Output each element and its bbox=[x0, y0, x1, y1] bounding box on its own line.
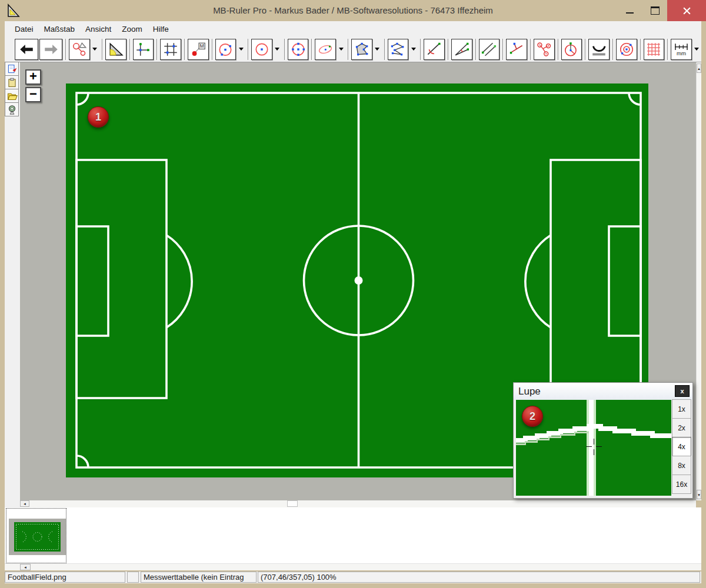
open-folder-icon bbox=[6, 91, 18, 102]
circle-center-radius-icon bbox=[254, 41, 270, 58]
perpendicular-tool[interactable] bbox=[506, 39, 527, 60]
close-button[interactable] bbox=[667, 0, 706, 21]
toolbar-separator bbox=[640, 39, 641, 60]
menu-ansicht[interactable]: Ansicht bbox=[80, 23, 116, 35]
polygon-tool[interactable] bbox=[351, 39, 372, 60]
linked-circles-tool[interactable] bbox=[534, 39, 555, 60]
concentric-circles-tool[interactable] bbox=[616, 39, 637, 60]
toolbar-separator bbox=[284, 39, 285, 60]
scroll-down-button[interactable]: ▾ bbox=[697, 490, 701, 499]
minimize-button[interactable] bbox=[617, 0, 642, 21]
forward-button[interactable] bbox=[39, 39, 63, 60]
webcam-icon bbox=[6, 104, 18, 115]
marker-point-tool[interactable]: M bbox=[188, 39, 209, 60]
arc-segment-tool[interactable] bbox=[588, 39, 610, 60]
axes-cross-tool[interactable] bbox=[133, 39, 154, 60]
ellipse-dropdown[interactable] bbox=[337, 39, 345, 60]
toolbar-separator bbox=[420, 39, 421, 60]
lupe-close-icon: x bbox=[680, 387, 684, 395]
circle-center-radius-dropdown[interactable] bbox=[273, 39, 282, 60]
lupe-window[interactable]: Lupe x 2 1x 2x bbox=[513, 382, 693, 499]
lupe-zoom-16x[interactable]: 16x bbox=[672, 475, 691, 494]
triangle-measure-dropdown[interactable] bbox=[91, 39, 99, 60]
circle-radius-tool[interactable] bbox=[561, 39, 582, 60]
angle-tool[interactable] bbox=[424, 39, 445, 60]
lupe-zoom-1x[interactable]: 1x bbox=[672, 399, 691, 419]
annotation-marker-2-label: 2 bbox=[530, 410, 535, 423]
toolbar-separator bbox=[129, 39, 130, 60]
triangle-measure-icon bbox=[71, 41, 88, 58]
circle-center-radius-tool[interactable] bbox=[251, 39, 272, 60]
menu-datei[interactable]: Datei bbox=[9, 23, 39, 35]
zoom-out-button[interactable]: − bbox=[25, 87, 41, 102]
back-button[interactable] bbox=[15, 39, 38, 60]
circle-multipoint-icon bbox=[290, 41, 307, 58]
toolbar-separator bbox=[311, 39, 312, 60]
polyline-dropdown[interactable] bbox=[409, 39, 418, 60]
horizontal-scrollbar[interactable]: ◂ bbox=[20, 500, 696, 507]
polygon-dropdown[interactable] bbox=[373, 39, 382, 60]
ellipse-tool[interactable] bbox=[315, 39, 336, 60]
lupe-zoom-4x[interactable]: 4x bbox=[672, 437, 691, 456]
crosshair-cursor bbox=[594, 449, 594, 455]
toolbar-separator bbox=[448, 39, 448, 60]
window-title: MB-Ruler Pro - Markus Bader / MB-Softwar… bbox=[0, 0, 706, 21]
polyline-icon bbox=[389, 41, 406, 58]
menubar: Datei Maßstab Ansicht Zoom Hilfe bbox=[5, 21, 701, 36]
lupe-titlebar[interactable]: Lupe bbox=[514, 383, 692, 400]
circle-3point-icon bbox=[217, 41, 234, 58]
thumbnail-scroll-left-button[interactable]: ◂ bbox=[20, 564, 31, 570]
lupe-zoom-2x[interactable]: 2x bbox=[672, 418, 691, 437]
thumbnail-image[interactable] bbox=[9, 519, 66, 555]
webcam-button[interactable] bbox=[5, 102, 19, 116]
vertical-scrollbar[interactable]: ▴ ▾ bbox=[696, 62, 701, 500]
toolbar-separator bbox=[502, 39, 503, 60]
measure-grid-tool[interactable] bbox=[644, 39, 665, 60]
units-mm-tool[interactable]: mm bbox=[671, 39, 692, 60]
status-coordinates: (707,46/357,05) 100% bbox=[258, 572, 700, 583]
set-square-tool[interactable] bbox=[105, 39, 126, 60]
zoom-in-button[interactable]: + bbox=[25, 69, 41, 85]
lupe-close-button[interactable]: x bbox=[675, 385, 690, 397]
triangle-measure-tool[interactable] bbox=[69, 39, 90, 60]
open-folder-button[interactable] bbox=[5, 89, 19, 103]
side-strip bbox=[5, 62, 20, 507]
clipboard-button[interactable] bbox=[5, 75, 19, 89]
thumbnail-panel bbox=[5, 507, 701, 563]
frame-grid-icon bbox=[162, 41, 179, 58]
circle-3point-tool[interactable] bbox=[215, 39, 237, 60]
menu-hilfe[interactable]: Hilfe bbox=[148, 23, 174, 35]
chevron-down-icon bbox=[339, 48, 344, 51]
menu-zoom[interactable]: Zoom bbox=[116, 23, 148, 35]
horizontal-scrollbar-thumb[interactable] bbox=[287, 500, 298, 507]
polyline-tool[interactable] bbox=[388, 39, 409, 60]
copy-view-button[interactable] bbox=[5, 62, 19, 76]
ellipse-icon bbox=[317, 41, 334, 58]
toolbar-separator bbox=[348, 39, 348, 60]
maximize-button[interactable] bbox=[642, 0, 667, 21]
thumbnail-selection[interactable] bbox=[6, 508, 66, 563]
crosshair-cursor bbox=[596, 446, 602, 447]
circle-3point-dropdown[interactable] bbox=[237, 39, 245, 60]
menu-massstab[interactable]: Maßstab bbox=[39, 23, 81, 35]
scroll-up-button[interactable]: ▴ bbox=[697, 64, 701, 73]
parallel-lines-tool[interactable] bbox=[479, 39, 500, 60]
units-mm-dropdown[interactable] bbox=[692, 39, 701, 60]
status-measure-table: Messwerttabelle (kein Eintrag bbox=[141, 572, 257, 583]
statusbar: FootballField.png Messwerttabelle (kein … bbox=[5, 572, 701, 583]
circle-multipoint-tool[interactable] bbox=[288, 39, 309, 60]
frame-grid-tool[interactable] bbox=[160, 39, 181, 60]
scroll-left-button[interactable]: ◂ bbox=[20, 500, 29, 507]
arc-segment-icon bbox=[591, 41, 607, 58]
toolbar-separator bbox=[667, 39, 668, 60]
titlebar[interactable]: MB-Ruler Pro - Markus Bader / MB-Softwar… bbox=[0, 0, 706, 21]
units-mm-icon: mm bbox=[673, 41, 690, 58]
toolbar-separator bbox=[558, 39, 558, 60]
thumbnail-field-icon bbox=[9, 519, 66, 555]
crosshair-cursor bbox=[594, 439, 594, 445]
chevron-down-icon bbox=[239, 48, 244, 51]
angle-between-lines-tool[interactable] bbox=[451, 39, 472, 60]
lupe-zoom-8x[interactable]: 8x bbox=[672, 456, 691, 475]
linked-circles-icon bbox=[536, 41, 552, 58]
thumbnail-scrollbar[interactable]: ◂ bbox=[5, 563, 701, 570]
